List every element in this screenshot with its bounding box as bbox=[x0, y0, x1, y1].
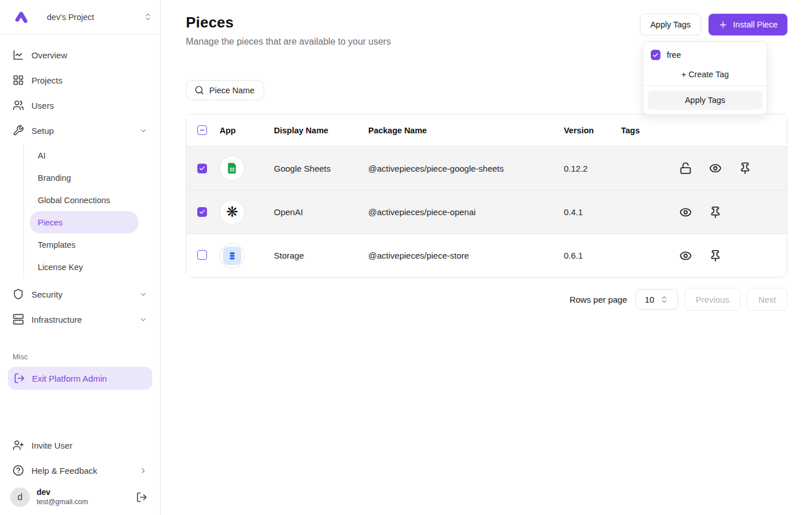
sidebar-item-global-connections[interactable]: Global Connections bbox=[30, 189, 138, 211]
sidebar-item-label: Infrastructure bbox=[31, 315, 82, 324]
user-plus-icon bbox=[13, 439, 24, 451]
check-icon bbox=[652, 52, 659, 58]
sidebar-item-license-key[interactable]: License Key bbox=[30, 256, 138, 278]
pieces-table: App Display Name Package Name Version Ta… bbox=[186, 114, 787, 278]
minus-icon bbox=[199, 127, 205, 133]
table-row: Google Sheets @activepieces/piece-google… bbox=[186, 146, 787, 190]
main-content: Pieces Manage the pieces that are availa… bbox=[161, 0, 812, 515]
row-checkbox[interactable] bbox=[197, 164, 207, 173]
sidebar-item-infrastructure[interactable]: Infrastructure bbox=[8, 307, 152, 332]
column-header-package-name: Package Name bbox=[368, 126, 564, 135]
sidebar-nav: Overview Projects Users S bbox=[0, 34, 160, 332]
chevrons-up-down-icon bbox=[144, 13, 152, 21]
check-icon bbox=[199, 165, 205, 172]
eye-icon[interactable] bbox=[679, 206, 692, 219]
google-sheets-icon bbox=[220, 156, 245, 181]
sidebar-item-overview[interactable]: Overview bbox=[8, 42, 152, 68]
sidebar-item-label: Overview bbox=[31, 50, 67, 60]
piece-version: 0.6.1 bbox=[564, 251, 621, 260]
invite-user-button[interactable]: Invite User bbox=[8, 433, 152, 458]
help-circle-icon bbox=[13, 465, 24, 476]
popover-divider bbox=[643, 85, 767, 86]
sidebar-item-setup[interactable]: Setup bbox=[8, 118, 152, 143]
chevron-down-icon bbox=[139, 315, 148, 324]
page-subtitle: Manage the pieces that are available to … bbox=[186, 37, 391, 47]
help-feedback-button[interactable]: Help & Feedback bbox=[8, 458, 152, 483]
sidebar-item-projects[interactable]: Projects bbox=[8, 68, 152, 93]
install-piece-button[interactable]: Install Piece bbox=[708, 14, 787, 35]
sidebar-item-label: Users bbox=[31, 101, 54, 110]
app-window: dev's Project Overview Projects bbox=[0, 0, 812, 515]
pin-icon[interactable] bbox=[709, 249, 722, 262]
unlock-icon[interactable] bbox=[679, 162, 692, 175]
header-actions: Apply Tags Install Piece bbox=[640, 14, 787, 35]
row-checkbox[interactable] bbox=[197, 207, 207, 217]
create-tag-button[interactable]: + Create Tag bbox=[643, 65, 767, 85]
rows-per-page-label: Rows per page bbox=[570, 295, 627, 304]
sidebar-item-templates[interactable]: Templates bbox=[30, 233, 138, 256]
check-icon bbox=[199, 209, 205, 215]
avatar: d bbox=[10, 488, 30, 507]
wrench-icon bbox=[13, 125, 24, 136]
pin-icon[interactable] bbox=[709, 206, 722, 219]
sidebar-item-label: Projects bbox=[31, 76, 62, 85]
pagination: Rows per page 10 Previous Next bbox=[186, 288, 787, 311]
eye-icon[interactable] bbox=[679, 249, 692, 262]
piece-version: 0.4.1 bbox=[564, 207, 621, 217]
column-header-display-name: Display Name bbox=[274, 126, 368, 135]
table-header-row: App Display Name Package Name Version Ta… bbox=[186, 114, 787, 146]
log-out-icon bbox=[14, 373, 25, 384]
sidebar: dev's Project Overview Projects bbox=[0, 0, 161, 515]
sidebar-item-security[interactable]: Security bbox=[8, 282, 152, 307]
chevron-down-icon bbox=[139, 126, 148, 135]
table-row: Storage @activepieces/piece-store 0.6.1 bbox=[186, 233, 787, 277]
storage-icon bbox=[220, 243, 245, 268]
column-header-app: App bbox=[220, 126, 274, 135]
piece-name-filter[interactable]: Piece Name bbox=[186, 80, 264, 100]
piece-display-name: Storage bbox=[274, 251, 368, 260]
popover-apply-tags-button[interactable]: Apply Tags bbox=[648, 90, 762, 110]
previous-page-button[interactable]: Previous bbox=[684, 288, 741, 311]
layout-grid-icon bbox=[13, 74, 24, 86]
project-switcher[interactable]: dev's Project bbox=[0, 0, 160, 34]
piece-package-name: @activepieces/piece-store bbox=[368, 251, 564, 260]
page-size-select[interactable]: 10 bbox=[635, 289, 678, 310]
activepieces-logo-icon bbox=[13, 9, 30, 26]
line-chart-icon bbox=[13, 49, 24, 61]
sidebar-item-branding[interactable]: Branding bbox=[30, 167, 138, 189]
search-icon bbox=[194, 85, 204, 95]
invite-user-label: Invite User bbox=[31, 441, 73, 450]
select-all-checkbox[interactable] bbox=[197, 125, 207, 135]
users-icon bbox=[13, 100, 24, 111]
sidebar-item-pieces[interactable]: Pieces bbox=[30, 211, 138, 233]
sidebar-item-users[interactable]: Users bbox=[8, 93, 152, 118]
tag-checkbox[interactable] bbox=[651, 50, 660, 60]
exit-platform-admin-label: Exit Platform Admin bbox=[32, 374, 107, 383]
pin-icon[interactable] bbox=[739, 162, 751, 175]
piece-display-name: Google Sheets bbox=[274, 164, 368, 173]
help-feedback-label: Help & Feedback bbox=[31, 466, 97, 476]
user-name: dev bbox=[37, 488, 129, 498]
next-page-button[interactable]: Next bbox=[747, 288, 787, 311]
piece-display-name: OpenAI bbox=[274, 207, 368, 217]
project-select[interactable]: dev's Project bbox=[47, 13, 152, 22]
eye-icon[interactable] bbox=[709, 162, 722, 175]
exit-platform-admin-button[interactable]: Exit Platform Admin bbox=[8, 367, 152, 390]
log-out-icon[interactable] bbox=[136, 492, 148, 503]
sidebar-item-label: Security bbox=[31, 290, 62, 299]
tag-label: free bbox=[667, 50, 681, 60]
chevron-down-icon bbox=[139, 290, 148, 299]
server-icon bbox=[13, 314, 24, 325]
tag-option-free[interactable]: free bbox=[643, 45, 767, 65]
user-card[interactable]: d dev test@gmail.com bbox=[8, 483, 152, 509]
apply-tags-button[interactable]: Apply Tags bbox=[640, 14, 701, 35]
setup-submenu: AI Branding Global Connections Pieces Te… bbox=[23, 144, 138, 278]
misc-label: Misc bbox=[8, 352, 152, 361]
piece-name-filter-label: Piece Name bbox=[209, 86, 254, 95]
row-checkbox[interactable] bbox=[197, 250, 207, 260]
page-title: Pieces bbox=[186, 14, 391, 31]
sidebar-item-ai[interactable]: AI bbox=[30, 144, 138, 167]
piece-package-name: @activepieces/piece-openai bbox=[368, 207, 564, 217]
apply-tags-popover: free + Create Tag Apply Tags bbox=[643, 41, 767, 115]
chevron-right-icon bbox=[139, 466, 148, 475]
